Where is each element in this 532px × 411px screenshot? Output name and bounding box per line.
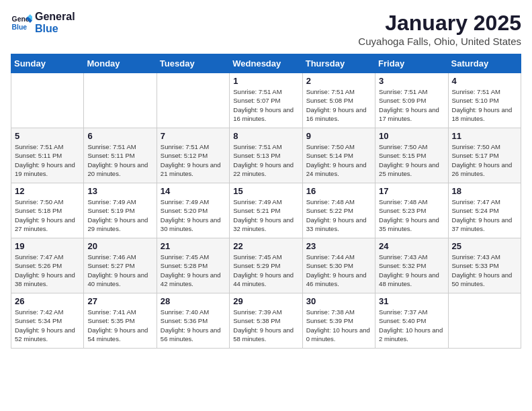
day-info: Sunrise: 7:44 AM Sunset: 5:30 PM Dayligh…	[306, 253, 371, 288]
day-number: 17	[379, 186, 444, 196]
table-row: 14Sunrise: 7:49 AM Sunset: 5:20 PM Dayli…	[157, 183, 229, 238]
day-info: Sunrise: 7:37 AM Sunset: 5:40 PM Dayligh…	[379, 308, 444, 343]
day-info: Sunrise: 7:38 AM Sunset: 5:39 PM Dayligh…	[306, 308, 371, 343]
table-row	[448, 293, 521, 349]
day-info: Sunrise: 7:43 AM Sunset: 5:32 PM Dayligh…	[379, 253, 444, 288]
calendar-week-row: 12Sunrise: 7:50 AM Sunset: 5:18 PM Dayli…	[11, 183, 521, 238]
table-row: 31Sunrise: 7:37 AM Sunset: 5:40 PM Dayli…	[375, 293, 448, 349]
table-row: 27Sunrise: 7:41 AM Sunset: 5:35 PM Dayli…	[84, 293, 157, 349]
table-row: 23Sunrise: 7:44 AM Sunset: 5:30 PM Dayli…	[302, 238, 375, 293]
day-number: 15	[233, 186, 298, 196]
day-info: Sunrise: 7:45 AM Sunset: 5:28 PM Dayligh…	[161, 253, 226, 288]
logo: General Blue General Blue	[11, 11, 75, 34]
table-row	[84, 73, 157, 128]
table-row: 29Sunrise: 7:39 AM Sunset: 5:38 PM Dayli…	[230, 293, 302, 349]
day-info: Sunrise: 7:50 AM Sunset: 5:17 PM Dayligh…	[452, 142, 517, 178]
calendar-week-row: 19Sunrise: 7:47 AM Sunset: 5:26 PM Dayli…	[11, 238, 521, 293]
col-thursday: Thursday	[302, 54, 375, 73]
logo-line2: Blue	[35, 23, 75, 35]
day-number: 26	[15, 296, 80, 306]
day-info: Sunrise: 7:51 AM Sunset: 5:10 PM Dayligh…	[452, 87, 517, 123]
day-number: 30	[306, 296, 371, 306]
table-row: 17Sunrise: 7:48 AM Sunset: 5:23 PM Dayli…	[375, 183, 448, 238]
day-info: Sunrise: 7:39 AM Sunset: 5:38 PM Dayligh…	[233, 308, 298, 343]
table-row: 26Sunrise: 7:42 AM Sunset: 5:34 PM Dayli…	[11, 293, 84, 349]
day-number: 21	[161, 241, 226, 251]
calendar-week-row: 1Sunrise: 7:51 AM Sunset: 5:07 PM Daylig…	[11, 73, 521, 128]
table-row: 30Sunrise: 7:38 AM Sunset: 5:39 PM Dayli…	[302, 293, 375, 349]
table-row: 24Sunrise: 7:43 AM Sunset: 5:32 PM Dayli…	[375, 238, 448, 293]
day-number: 18	[452, 186, 517, 196]
table-row: 28Sunrise: 7:40 AM Sunset: 5:36 PM Dayli…	[157, 293, 229, 349]
table-row: 22Sunrise: 7:45 AM Sunset: 5:29 PM Dayli…	[230, 238, 302, 293]
table-row: 19Sunrise: 7:47 AM Sunset: 5:26 PM Dayli…	[11, 238, 84, 293]
table-row: 9Sunrise: 7:50 AM Sunset: 5:14 PM Daylig…	[302, 128, 375, 183]
logo-icon: General Blue	[11, 12, 32, 34]
table-row: 11Sunrise: 7:50 AM Sunset: 5:17 PM Dayli…	[448, 128, 521, 183]
day-number: 10	[379, 131, 444, 141]
table-row: 16Sunrise: 7:48 AM Sunset: 5:22 PM Dayli…	[302, 183, 375, 238]
day-info: Sunrise: 7:41 AM Sunset: 5:35 PM Dayligh…	[87, 308, 152, 343]
day-number: 8	[233, 131, 298, 141]
day-number: 22	[233, 241, 298, 251]
col-monday: Monday	[84, 54, 157, 73]
table-row: 12Sunrise: 7:50 AM Sunset: 5:18 PM Dayli…	[11, 183, 84, 238]
table-row: 18Sunrise: 7:47 AM Sunset: 5:24 PM Dayli…	[448, 183, 521, 238]
day-number: 4	[452, 76, 517, 86]
table-row: 2Sunrise: 7:51 AM Sunset: 5:08 PM Daylig…	[302, 73, 375, 128]
col-friday: Friday	[375, 54, 448, 73]
calendar-title: January 2025	[358, 11, 521, 36]
day-info: Sunrise: 7:48 AM Sunset: 5:22 PM Dayligh…	[306, 197, 371, 233]
table-row: 15Sunrise: 7:49 AM Sunset: 5:21 PM Dayli…	[230, 183, 302, 238]
day-info: Sunrise: 7:51 AM Sunset: 5:13 PM Dayligh…	[233, 142, 298, 178]
day-info: Sunrise: 7:49 AM Sunset: 5:21 PM Dayligh…	[233, 197, 298, 233]
day-number: 20	[87, 241, 152, 251]
day-info: Sunrise: 7:47 AM Sunset: 5:24 PM Dayligh…	[452, 197, 517, 233]
col-tuesday: Tuesday	[157, 54, 229, 73]
table-row: 5Sunrise: 7:51 AM Sunset: 5:11 PM Daylig…	[11, 128, 84, 183]
day-info: Sunrise: 7:47 AM Sunset: 5:26 PM Dayligh…	[15, 253, 80, 288]
day-info: Sunrise: 7:50 AM Sunset: 5:14 PM Dayligh…	[306, 142, 371, 178]
day-number: 2	[306, 76, 371, 86]
day-number: 13	[87, 186, 152, 196]
calendar-header-row: Sunday Monday Tuesday Wednesday Thursday…	[11, 54, 521, 73]
day-info: Sunrise: 7:50 AM Sunset: 5:15 PM Dayligh…	[379, 142, 444, 178]
day-info: Sunrise: 7:51 AM Sunset: 5:12 PM Dayligh…	[161, 142, 226, 178]
table-row	[11, 73, 84, 128]
table-row: 4Sunrise: 7:51 AM Sunset: 5:10 PM Daylig…	[448, 73, 521, 128]
day-number: 9	[306, 131, 371, 141]
day-info: Sunrise: 7:51 AM Sunset: 5:09 PM Dayligh…	[379, 87, 444, 123]
day-number: 3	[379, 76, 444, 86]
table-row: 3Sunrise: 7:51 AM Sunset: 5:09 PM Daylig…	[375, 73, 448, 128]
day-number: 14	[161, 186, 226, 196]
table-row: 1Sunrise: 7:51 AM Sunset: 5:07 PM Daylig…	[230, 73, 302, 128]
calendar-header: January 2025 Cuyahoga Falls, Ohio, Unite…	[358, 11, 521, 47]
table-row: 6Sunrise: 7:51 AM Sunset: 5:11 PM Daylig…	[84, 128, 157, 183]
page-header: General Blue General Blue January 2025 C…	[11, 11, 521, 47]
day-info: Sunrise: 7:46 AM Sunset: 5:27 PM Dayligh…	[87, 253, 152, 288]
table-row: 20Sunrise: 7:46 AM Sunset: 5:27 PM Dayli…	[84, 238, 157, 293]
calendar-subtitle: Cuyahoga Falls, Ohio, United States	[358, 36, 521, 47]
day-number: 16	[306, 186, 371, 196]
svg-text:Blue: Blue	[12, 23, 28, 30]
day-info: Sunrise: 7:40 AM Sunset: 5:36 PM Dayligh…	[161, 308, 226, 343]
day-number: 25	[452, 241, 517, 251]
day-number: 19	[15, 241, 80, 251]
calendar-week-row: 5Sunrise: 7:51 AM Sunset: 5:11 PM Daylig…	[11, 128, 521, 183]
table-row: 25Sunrise: 7:43 AM Sunset: 5:33 PM Dayli…	[448, 238, 521, 293]
calendar-table: Sunday Monday Tuesday Wednesday Thursday…	[11, 54, 521, 349]
day-info: Sunrise: 7:51 AM Sunset: 5:07 PM Dayligh…	[233, 87, 298, 123]
day-info: Sunrise: 7:51 AM Sunset: 5:11 PM Dayligh…	[87, 142, 152, 178]
table-row	[157, 73, 229, 128]
day-number: 6	[87, 131, 152, 141]
table-row: 8Sunrise: 7:51 AM Sunset: 5:13 PM Daylig…	[230, 128, 302, 183]
day-number: 31	[379, 296, 444, 306]
day-info: Sunrise: 7:51 AM Sunset: 5:11 PM Dayligh…	[15, 142, 80, 178]
day-number: 1	[233, 76, 298, 86]
calendar-week-row: 26Sunrise: 7:42 AM Sunset: 5:34 PM Dayli…	[11, 293, 521, 349]
day-info: Sunrise: 7:48 AM Sunset: 5:23 PM Dayligh…	[379, 197, 444, 233]
day-number: 24	[379, 241, 444, 251]
day-info: Sunrise: 7:42 AM Sunset: 5:34 PM Dayligh…	[15, 308, 80, 343]
table-row: 21Sunrise: 7:45 AM Sunset: 5:28 PM Dayli…	[157, 238, 229, 293]
table-row: 10Sunrise: 7:50 AM Sunset: 5:15 PM Dayli…	[375, 128, 448, 183]
